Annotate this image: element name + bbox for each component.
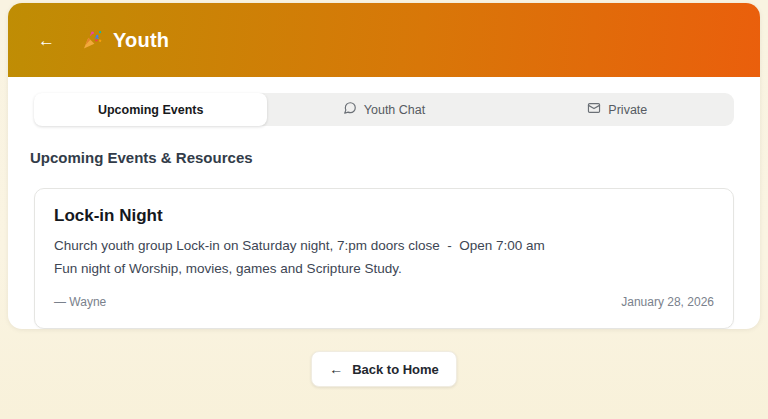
tab-bar: Upcoming Events Youth Chat xyxy=(34,93,734,126)
page-title: Youth xyxy=(113,29,169,52)
event-title: Lock-in Night xyxy=(54,206,714,226)
event-card[interactable]: Lock-in Night Church youth group Lock-in… xyxy=(34,188,734,329)
panel-body: Upcoming Events Youth Chat xyxy=(8,77,760,329)
event-author: — Wayne xyxy=(54,295,106,309)
back-to-home-button[interactable]: ← Back to Home xyxy=(311,351,457,387)
event-date: January 28, 2026 xyxy=(621,295,714,309)
tab-upcoming-events-label: Upcoming Events xyxy=(98,103,204,117)
tab-youth-chat-label: Youth Chat xyxy=(364,103,425,117)
footer-area: ← Back to Home xyxy=(0,329,768,387)
event-description-line-1: Church youth group Lock-in on Saturday n… xyxy=(54,235,714,258)
youth-group-panel: ← Youth Upcoming Events xyxy=(8,3,760,329)
chat-bubble-icon xyxy=(343,101,357,118)
tab-private[interactable]: Private xyxy=(501,93,734,126)
event-meta: — Wayne January 28, 2026 xyxy=(54,295,714,309)
back-icon[interactable]: ← xyxy=(38,32,55,49)
back-arrow-icon: ← xyxy=(329,361,343,377)
tab-upcoming-events[interactable]: Upcoming Events xyxy=(34,93,267,126)
back-to-home-label: Back to Home xyxy=(352,362,439,377)
envelope-icon xyxy=(587,101,601,118)
tab-youth-chat[interactable]: Youth Chat xyxy=(267,93,500,126)
group-header: ← Youth xyxy=(8,3,760,77)
page: ← Youth Upcoming Events xyxy=(0,0,768,419)
section-heading: Upcoming Events & Resources xyxy=(30,149,734,166)
party-popper-icon xyxy=(81,29,103,51)
tab-private-label: Private xyxy=(608,103,647,117)
event-description-line-2: Fun night of Worship, movies, games and … xyxy=(54,258,714,281)
